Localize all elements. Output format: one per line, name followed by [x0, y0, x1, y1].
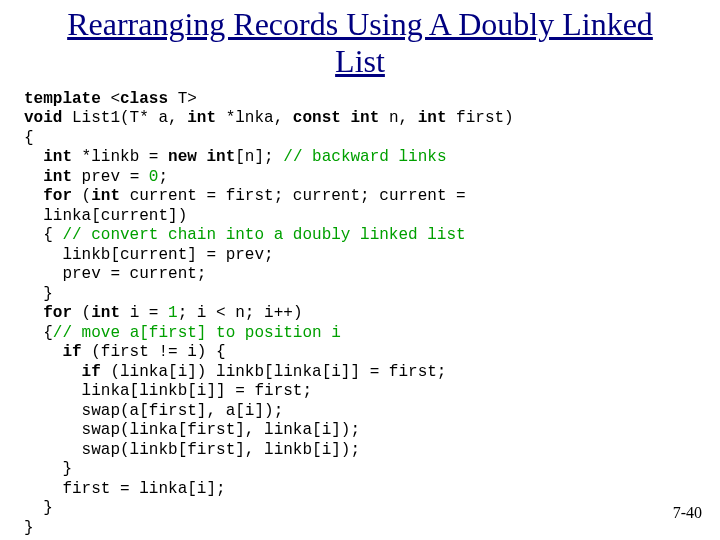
code-text: (: [72, 187, 91, 205]
code-text: linkb[current] = prev;: [24, 246, 274, 264]
code-text: first = linka[i];: [24, 480, 226, 498]
code-text: [24, 343, 62, 361]
kw-for: for: [43, 187, 72, 205]
kw-new: new: [168, 148, 197, 166]
code-block: template <class T> void List1(T* a, int …: [24, 90, 720, 539]
slide: Rearranging Records Using A Doubly Linke…: [0, 6, 720, 540]
code-text: {: [24, 324, 53, 342]
number-literal: 1: [168, 304, 178, 322]
code-text: [n];: [235, 148, 283, 166]
kw-void: void: [24, 109, 62, 127]
code-text: current = first; current; current =: [120, 187, 466, 205]
code-text: [24, 168, 43, 186]
code-text: [24, 187, 43, 205]
kw-int: int: [43, 168, 72, 186]
code-text: [197, 148, 207, 166]
code-text: swap(linka[first], linka[i]);: [24, 421, 360, 439]
kw-int: int: [91, 187, 120, 205]
kw-int: int: [187, 109, 216, 127]
code-text: linka[linkb[i]] = first;: [24, 382, 312, 400]
kw-if: if: [62, 343, 81, 361]
comment: // backward links: [283, 148, 446, 166]
kw-if: if: [82, 363, 101, 381]
code-text: {: [24, 226, 62, 244]
code-text: (linka[i]) linkb[linka[i]] = first;: [101, 363, 447, 381]
code-text: swap(linkb[first], linkb[i]);: [24, 441, 360, 459]
code-text: [24, 148, 43, 166]
comment: // convert chain into a doubly linked li…: [62, 226, 465, 244]
comment: // move a[first] to position i: [53, 324, 341, 342]
kw-for: for: [43, 304, 72, 322]
code-text: List1(T* a,: [62, 109, 187, 127]
code-text: i =: [120, 304, 168, 322]
slide-title: Rearranging Records Using A Doubly Linke…: [40, 6, 680, 80]
code-text: }: [24, 519, 34, 537]
code-text: (first != i) {: [82, 343, 226, 361]
code-text: swap(a[first], a[i]);: [24, 402, 283, 420]
code-text: linka[current]): [24, 207, 187, 225]
code-text: ; i < n; i++): [178, 304, 303, 322]
code-text: n,: [379, 109, 417, 127]
code-text: }: [24, 285, 53, 303]
code-text: <: [101, 90, 120, 108]
page-number: 7-40: [673, 504, 702, 522]
code-text: (: [72, 304, 91, 322]
code-text: ;: [158, 168, 168, 186]
code-text: *lnka,: [216, 109, 293, 127]
kw-int: int: [418, 109, 447, 127]
kw-const-int: const int: [293, 109, 379, 127]
kw-template: template: [24, 90, 101, 108]
code-text: }: [24, 460, 72, 478]
number-literal: 0: [149, 168, 159, 186]
code-text: first): [447, 109, 514, 127]
kw-int: int: [91, 304, 120, 322]
code-text: [24, 304, 43, 322]
code-text: [24, 363, 82, 381]
kw-class: class: [120, 90, 168, 108]
kw-int: int: [43, 148, 72, 166]
code-text: }: [24, 499, 53, 517]
code-text: {: [24, 129, 34, 147]
kw-int: int: [206, 148, 235, 166]
code-text: T>: [168, 90, 197, 108]
code-text: *linkb =: [72, 148, 168, 166]
code-text: prev =: [72, 168, 149, 186]
code-text: prev = current;: [24, 265, 206, 283]
